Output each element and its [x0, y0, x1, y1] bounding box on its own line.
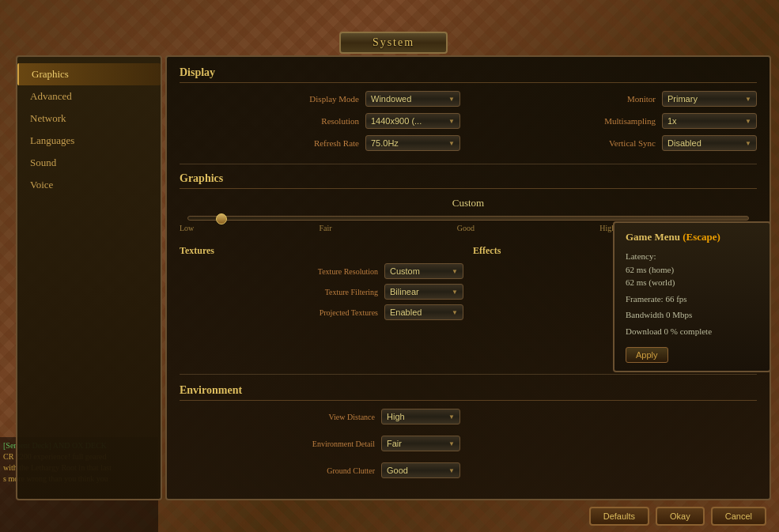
ground-clutter-label: Ground Clutter — [180, 466, 381, 475]
vertical-sync-row: Vertical Sync Disabled — [476, 135, 757, 151]
environment-grid: View Distance High Environment Detail Fa… — [180, 409, 757, 483]
view-distance-dropdown[interactable]: High — [381, 409, 460, 424]
texture-resolution-dropdown[interactable]: Custom — [384, 263, 463, 279]
resolution-row: Resolution 1440x900 (... — [180, 113, 460, 129]
ground-clutter-dropdown[interactable]: Good — [381, 462, 460, 478]
display-settings-grid: Display Mode Windowed Monitor Primary Re… — [180, 91, 757, 151]
game-menu-escape: (Escape) — [683, 231, 720, 243]
texture-resolution-row: Texture Resolution Custom — [180, 263, 463, 279]
vertical-sync-dropdown[interactable]: Disabled — [662, 135, 757, 151]
resolution-label: Resolution — [180, 116, 365, 126]
sidebar-item-sound[interactable]: Sound — [17, 152, 161, 174]
monitor-label: Monitor — [476, 94, 662, 104]
resolution-dropdown[interactable]: 1440x900 (... — [365, 113, 460, 129]
refresh-rate-row: Refresh Rate 75.0Hz — [180, 135, 460, 151]
display-section-header: Display — [180, 66, 757, 83]
texture-filtering-label: Texture Filtering — [180, 288, 384, 296]
quality-label: Custom — [180, 197, 757, 209]
slider-label-fair: Fair — [320, 224, 332, 232]
textures-section: Textures Texture Resolution Custom Textu… — [180, 245, 463, 366]
sidebar-item-advanced[interactable]: Advanced — [17, 85, 161, 108]
texture-filtering-row: Texture Filtering Bilinear — [180, 284, 463, 300]
download-stat: Download 0 % complete — [626, 325, 758, 338]
environment-section-header: Environment — [180, 384, 757, 401]
slider-label-good: Good — [457, 224, 475, 232]
latency-stat: Latency: 62 ms (home) 62 ms (world) — [626, 250, 758, 289]
monitor-dropdown[interactable]: Primary — [662, 91, 757, 107]
game-menu-label: Game Menu — [626, 231, 680, 243]
defaults-button[interactable]: Defaults — [589, 507, 649, 526]
sidebar-item-graphics[interactable]: Graphics — [17, 63, 161, 85]
texture-filtering-dropdown[interactable]: Bilinear — [384, 284, 463, 300]
bandwidth-stat: Bandwidth 0 Mbps — [626, 308, 758, 322]
monitor-row: Monitor Primary — [476, 91, 757, 107]
projected-textures-row: Projected Textures Enabled — [180, 304, 463, 320]
quality-slider-container — [180, 216, 757, 221]
textures-title: Textures — [180, 245, 463, 257]
sidebar: Graphics Advanced Network Languages Soun… — [16, 55, 162, 500]
title-bar: System — [16, 32, 771, 54]
display-mode-dropdown[interactable]: Windowed — [365, 91, 460, 107]
sidebar-item-voice[interactable]: Voice — [17, 174, 161, 196]
bottom-buttons: Defaults Okay Cancel — [589, 507, 766, 526]
view-distance-label: View Distance — [180, 413, 381, 421]
framerate-stat: Framerate: 66 fps — [626, 292, 758, 306]
display-mode-row: Display Mode Windowed — [180, 91, 460, 107]
latency-label: Latency: — [626, 251, 656, 261]
latency-world: 62 ms (world) — [626, 277, 675, 287]
latency-home: 62 ms (home) — [626, 265, 674, 274]
quality-slider-track — [187, 216, 749, 221]
cancel-button[interactable]: Cancel — [711, 507, 766, 526]
ground-clutter-row: Ground Clutter Good — [180, 462, 460, 478]
environment-detail-row: Environment Detail Fair — [180, 436, 460, 451]
sidebar-item-languages[interactable]: Languages — [17, 130, 161, 152]
environment-section: Environment View Distance High Environme… — [180, 384, 757, 483]
game-menu-tooltip: Game Menu (Escape) Latency: 62 ms (home)… — [613, 221, 771, 372]
refresh-rate-dropdown[interactable]: 75.0Hz — [365, 135, 460, 151]
environment-detail-dropdown[interactable]: Fair — [381, 436, 460, 451]
view-distance-row: View Distance High — [180, 409, 460, 424]
vertical-sync-label: Vertical Sync — [476, 138, 662, 148]
graphics-section-header: Graphics — [180, 172, 757, 189]
projected-textures-label: Projected Textures — [180, 308, 384, 317]
texture-resolution-label: Texture Resolution — [180, 267, 384, 276]
panel-title: System — [339, 32, 448, 54]
multisampling-label: Multisampling — [476, 116, 662, 126]
game-menu-title: Game Menu (Escape) — [626, 231, 758, 243]
okay-button[interactable]: Okay — [656, 507, 705, 526]
slider-label-low: Low — [180, 224, 194, 232]
multisampling-row: Multisampling 1x — [476, 113, 757, 129]
apply-button[interactable]: Apply — [626, 347, 668, 363]
display-mode-label: Display Mode — [180, 94, 365, 104]
projected-textures-dropdown[interactable]: Enabled — [384, 304, 463, 320]
refresh-rate-label: Refresh Rate — [180, 138, 365, 148]
quality-slider-thumb[interactable] — [216, 213, 227, 224]
sidebar-item-network[interactable]: Network — [17, 108, 161, 130]
multisampling-dropdown[interactable]: 1x — [662, 113, 757, 129]
environment-detail-label: Environment Detail — [180, 440, 381, 448]
